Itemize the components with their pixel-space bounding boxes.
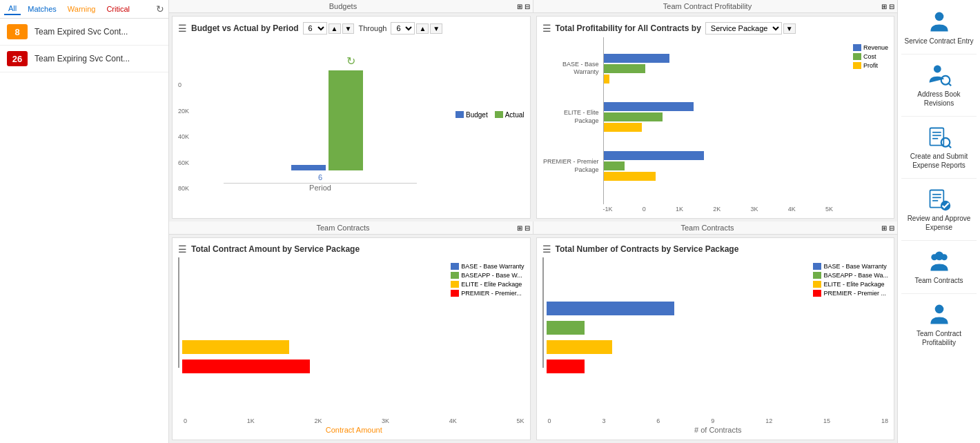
svg-line-9 xyxy=(948,146,951,148)
bottom-charts-row: ☰ Total Contract Amount by Service Packa… xyxy=(169,235,897,443)
right-label-address-book: Address Book Revisions xyxy=(904,90,974,108)
contract-count-legend: BASE - Base Warranty BASEAPP - Base Wa..… xyxy=(813,257,888,417)
alert-expired[interactable]: 8 Team Expired Svc Cont... xyxy=(0,19,168,46)
profitability-chart-panel: ☰ Total Profitability for All Contracts … xyxy=(536,16,895,219)
v-line-left2 xyxy=(542,257,544,368)
profit-profit-premier xyxy=(604,172,656,181)
svg-point-8 xyxy=(941,138,950,147)
contract-amount-titlebar: ☰ Total Contract Amount by Service Packa… xyxy=(178,244,525,255)
tab-matches[interactable]: Matches xyxy=(23,3,61,14)
count-bar-row-base xyxy=(547,302,800,315)
contract-amount-x-axis: 0 1K 2K 3K 4K 5K xyxy=(184,417,525,424)
panel-expand-btn[interactable]: ⊞ xyxy=(517,3,522,10)
legend-cc-baseapp: BASEAPP - Base Wa... xyxy=(813,272,888,279)
through-up-btn[interactable]: ▲ xyxy=(416,23,429,34)
profit-y-label-premier: PREMIER - PremierPackage xyxy=(542,158,599,174)
right-item-create-expense[interactable]: Create and Submit Expense Reports xyxy=(901,122,977,173)
budget-chart-titlebar: ☰ Budget vs Actual by Period 6 ▲ ▼ Throu… xyxy=(178,22,525,35)
right-item-team-profitability[interactable]: Team Contract Profitability xyxy=(901,299,977,350)
profit-cost-base xyxy=(604,64,645,73)
profit-revenue-premier xyxy=(604,151,704,160)
contract-count-x-axis: 0 3 6 9 12 15 18 xyxy=(548,417,889,424)
sidebar: All Matches Warning Critical ↻ 8 Team Ex… xyxy=(0,0,169,443)
right-item-review-expense[interactable]: Review and Approve Expense xyxy=(901,184,977,235)
right-item-service-contract[interactable]: Service Contract Entry xyxy=(901,7,977,48)
panel-expand-btn4[interactable]: ⊞ xyxy=(881,224,887,232)
alert-badge-expiring: 26 xyxy=(7,51,28,66)
right-divider-2 xyxy=(901,116,977,117)
panel-headers: Budgets ⊞ ⊟ Team Contract Profitability … xyxy=(169,0,897,13)
groupby-select[interactable]: Service Package xyxy=(705,22,782,35)
alert-expiring[interactable]: 26 Team Expiring Svc Cont... xyxy=(0,46,168,72)
panel-detach-btn3[interactable]: ⊟ xyxy=(525,224,530,232)
budget-chart-panel: ☰ Budget vs Actual by Period 6 ▲ ▼ Throu… xyxy=(172,16,531,219)
legend-ca-baseapp: BASEAPP - Base W... xyxy=(451,272,524,279)
create-expense-icon xyxy=(927,125,952,150)
contract-count-menu-icon[interactable]: ☰ xyxy=(542,244,551,255)
svg-point-2 xyxy=(941,76,950,85)
period-up-btn[interactable]: ▲ xyxy=(329,23,341,34)
tab-critical[interactable]: Critical xyxy=(102,3,134,14)
legend-cc-base: BASE - Base Warranty xyxy=(813,263,888,270)
legend-ca-premier: PREMIER - Premier... xyxy=(451,290,524,297)
period-down-btn[interactable]: ▼ xyxy=(342,23,355,34)
top-charts-row: ☰ Budget vs Actual by Period 6 ▲ ▼ Throu… xyxy=(169,13,897,222)
right-label-create-expense: Create and Submit Expense Reports xyxy=(904,152,974,170)
person-contract-icon xyxy=(927,10,952,35)
right-item-address-book[interactable]: Address Book Revisions xyxy=(901,60,977,110)
contract-bar-row-baseapp xyxy=(182,321,437,335)
panel-detach-btn4[interactable]: ⊟ xyxy=(889,224,894,232)
tab-all[interactable]: All xyxy=(4,3,21,15)
panel-detach-btn[interactable]: ⊟ xyxy=(525,3,530,10)
profit-bars-premier xyxy=(604,151,847,181)
x-axis-label: 6 xyxy=(318,173,322,181)
budget-bar xyxy=(291,165,326,170)
profit-cost-premier xyxy=(604,161,625,170)
count-bar-row-premier xyxy=(547,360,800,373)
main-area: Budgets ⊞ ⊟ Team Contract Profitability … xyxy=(169,0,897,443)
alert-text-expiring: Team Expiring Svc Cont... xyxy=(35,54,130,63)
contract-count-titlebar: ☰ Total Number of Contracts by Service P… xyxy=(542,244,889,255)
refresh-icon: ↻ xyxy=(346,55,355,68)
panel-expand-btn2[interactable]: ⊞ xyxy=(881,3,887,10)
svg-point-0 xyxy=(934,12,943,21)
right-label-team-profitability: Team Contract Profitability xyxy=(904,329,974,347)
right-item-team-contracts[interactable]: Team Contracts xyxy=(901,246,977,288)
budget-menu-icon[interactable]: ☰ xyxy=(178,23,187,34)
contract-count-title: Total Number of Contracts by Service Pac… xyxy=(556,244,739,254)
contract-bar-row-base xyxy=(182,302,437,315)
contract-amount-panel: ☰ Total Contract Amount by Service Packa… xyxy=(172,237,531,440)
profit-menu-icon[interactable]: ☰ xyxy=(542,23,551,34)
through-control: 6 ▲ ▼ xyxy=(391,22,442,35)
refresh-button[interactable]: ↻ xyxy=(156,3,164,14)
bottom-panel-headers: Team Contracts ⊞ ⊟ Team Contracts ⊞ ⊟ xyxy=(169,222,897,235)
alert-badge-expired: 8 xyxy=(7,24,28,39)
budget-chart-title: Budget vs Actual by Period xyxy=(191,23,299,33)
right-divider-3 xyxy=(901,178,977,179)
through-select[interactable]: 6 xyxy=(391,22,415,35)
tab-warning[interactable]: Warning xyxy=(63,3,100,14)
panel-expand-btn3[interactable]: ⊞ xyxy=(517,224,522,232)
period-select[interactable]: 6 xyxy=(303,22,327,35)
profit-chart-title: Total Profitability for All Contracts by xyxy=(556,23,701,33)
legend-revenue: Revenue xyxy=(853,44,888,51)
panel-detach-btn2[interactable]: ⊟ xyxy=(889,3,894,10)
v-line-left xyxy=(178,257,179,368)
right-label-review-expense: Review and Approve Expense xyxy=(904,214,974,232)
contract-amount-menu-icon[interactable]: ☰ xyxy=(178,244,187,255)
contract-amount-legend: BASE - Base Warranty BASEAPP - Base W...… xyxy=(451,257,524,417)
profit-cost-elite xyxy=(604,112,663,121)
contract-bar-row-premier xyxy=(182,360,437,373)
groupby-control: Service Package ▼ xyxy=(705,22,796,35)
groupby-down-btn[interactable]: ▼ xyxy=(783,23,796,34)
period-control: 6 ▲ ▼ xyxy=(303,22,355,35)
through-down-btn[interactable]: ▼ xyxy=(430,23,442,34)
panel-header-budgets: Budgets ⊞ ⊟ xyxy=(169,0,533,13)
contract-amount-title: Total Contract Amount by Service Package xyxy=(191,244,360,254)
right-label-service-contract: Service Contract Entry xyxy=(904,37,973,46)
contract-bar-row-elite xyxy=(182,340,437,354)
profit-legend: Revenue Cost Profit xyxy=(853,37,888,204)
right-divider-4 xyxy=(901,240,977,241)
address-book-icon xyxy=(927,63,952,88)
right-label-team-contracts: Team Contracts xyxy=(914,276,963,285)
